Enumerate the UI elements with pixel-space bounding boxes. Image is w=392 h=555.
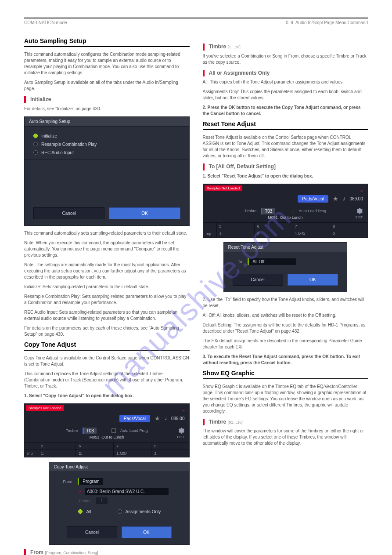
radio-option[interactable]: All — [78, 508, 91, 516]
red-marker — [24, 549, 26, 555]
arrow-right-icon[interactable]: > — [78, 489, 81, 494]
prog-id: M051 — [268, 215, 278, 220]
radio-on-icon — [33, 134, 38, 138]
screenshot-combi-top: Samples Not Loaded ⌄ Pads/Vocal ★ ♩ 089.… — [24, 403, 190, 457]
to-label: To — [232, 260, 242, 264]
edit-gear[interactable]: EDIT — [355, 207, 363, 219]
radio-option[interactable]: Resample Combination Play — [33, 140, 180, 149]
red-marker — [203, 163, 205, 170]
autoload-label: Auto Load Prog — [298, 209, 326, 213]
body-text: 3. To execute the Reset Tone Adjust comm… — [203, 354, 368, 366]
radio-label: Resample Combination Play — [41, 142, 97, 147]
edit-label: EDIT — [356, 216, 363, 219]
screenshot-copy-tone-adjust: Copy Tone Adjust From Program > A000: Be… — [49, 462, 189, 545]
edit-label: EDIT — [177, 435, 184, 439]
radio-label: REC Audio Input — [41, 150, 74, 155]
ok-button[interactable]: OK — [109, 207, 180, 219]
category-pill[interactable]: Pads/Vocal — [119, 415, 150, 422]
program-name-field[interactable]: A000: Berlin Grand SW2 U.C. — [85, 488, 169, 495]
radio-off-icon — [118, 509, 122, 514]
radio-option[interactable]: Initialize — [33, 132, 180, 140]
prog-name: Out to Lunch — [101, 435, 124, 439]
prog-id: M051 — [90, 435, 100, 439]
body-text: 1. Select "Reset Tone Adjust" to open th… — [203, 173, 368, 179]
radio-label: Assignments Only — [126, 509, 161, 514]
chevron-down-icon[interactable]: ⌄ — [181, 406, 186, 413]
category-pill[interactable]: Pads/Vocal — [298, 195, 328, 203]
star-icon[interactable]: ★ — [155, 415, 160, 422]
timbre-value[interactable]: T03 — [261, 208, 275, 214]
radio-option[interactable]: Assignments Only — [118, 508, 161, 516]
gear-icon — [355, 207, 363, 215]
timbre-value[interactable]: T03 — [83, 428, 97, 434]
section-auto-sampling: Auto Sampling Setup — [24, 37, 190, 47]
header-left: COMBINATION mode — [24, 20, 67, 25]
sub-to: To [All Off, Default Setting] — [209, 163, 276, 170]
radio-option[interactable]: REC Audio Input — [33, 149, 180, 157]
sub-timbre-page: Timbre [01…16] — [209, 419, 243, 426]
star-icon[interactable]: ★ — [333, 195, 338, 202]
autoload-checkbox[interactable] — [290, 209, 294, 213]
prog-name: Out to Lunch — [280, 215, 303, 220]
to-value[interactable]: All Off — [248, 258, 296, 265]
dialog-title: Copy Tone Adjust — [49, 462, 189, 472]
cancel-button[interactable]: Cancel — [233, 274, 283, 286]
body-text: This command automatically sets sampling… — [24, 230, 190, 236]
body-text: Initialize: Sets sampling-related parame… — [24, 284, 190, 290]
body-text: Assignments Only: This copies the parame… — [203, 89, 368, 101]
tempo-value[interactable]: 089.00 — [171, 416, 185, 421]
radio-on-icon — [78, 509, 83, 514]
body-text: 2. Press the OK button to execute the Co… — [203, 105, 368, 117]
ok-button[interactable]: OK — [122, 526, 172, 538]
ok-button[interactable]: OK — [288, 274, 338, 286]
screenshot-reset-tone-adjust: Reset Tone Adjust To All Off Cancel OK — [223, 242, 347, 292]
section-reset-tone-adjust: Reset Tone Adjust — [203, 120, 368, 130]
header-right: 0–9: Audio In/Smpl Page Menu Command — [286, 20, 368, 25]
body-text: REC Audio Input: Sets sampling-related p… — [24, 309, 190, 322]
edit-gear[interactable]: EDIT — [177, 427, 185, 439]
body-text: Default Setting: The assignments will be… — [203, 322, 368, 334]
red-marker — [24, 96, 26, 103]
cancel-button[interactable]: Cancel — [67, 526, 117, 538]
body-text: The EXi default assignments are describe… — [203, 338, 368, 350]
cancel-button[interactable]: Cancel — [33, 207, 104, 219]
sub-timbre: Timbre [1…16] — [209, 44, 241, 51]
red-marker — [203, 70, 205, 77]
radio-label: All — [86, 509, 91, 514]
section-show-eq-graphic: Show EQ Graphic — [203, 370, 368, 379]
red-marker — [203, 44, 205, 51]
body-text: For details, see "Initialize" on page 43… — [24, 106, 190, 112]
table-row: 5 6 7 8 — [25, 442, 189, 450]
red-marker — [203, 419, 205, 426]
from-value[interactable]: Program — [78, 478, 103, 485]
samples-not-loaded-badge: Samples Not Loaded — [26, 405, 64, 411]
body-text: This command replaces the Tone Adjust se… — [24, 371, 190, 389]
body-text: Show EQ Graphic is available on the Timb… — [203, 384, 368, 414]
sub-initialize: Initialize — [30, 96, 51, 103]
radio-off-icon — [33, 142, 38, 146]
gear-icon — [177, 427, 185, 435]
chevron-down-icon[interactable]: ⌄ — [360, 187, 364, 193]
tempo-value[interactable]: 089.00 — [349, 196, 363, 201]
tempo-indicator: ♩ — [343, 196, 345, 201]
body-text: Copy Tone Adjust is available on the Con… — [24, 355, 190, 367]
body-text: 1. Select "Copy Tone Adjust" to open the… — [24, 393, 190, 399]
body-text: Reset Tone Adjust is available on the Co… — [203, 134, 368, 159]
radio-label: Initialize — [41, 134, 57, 138]
timbre-label: Timbre — [66, 428, 78, 433]
samples-not-loaded-badge: Samples Not Loaded — [205, 185, 243, 191]
sub-all-assignments: All or Assignments Only — [209, 70, 270, 77]
body-text: Note: The settings are automatically mad… — [24, 262, 190, 280]
dialog-title: Auto Sampling Setup — [25, 117, 189, 127]
autoload-checkbox[interactable] — [111, 428, 116, 433]
body-text: 2. Use the "To" field to specify how the… — [203, 297, 368, 309]
body-text: Note: When you execute this command, the… — [24, 240, 190, 258]
body-text: This command automatically configures th… — [24, 51, 190, 76]
body-text: Resample Combination Play: Sets sampling… — [24, 294, 190, 306]
timbre-label: Timbre — [245, 209, 257, 213]
body-text: For details on the parameters set by eac… — [24, 325, 190, 337]
tempo-indicator: ♩ — [165, 416, 167, 421]
timbre-copy-value: 1 — [96, 497, 108, 504]
table-row: mp 1: 2: 1:MS/ 2: — [203, 230, 368, 237]
sub-from: From [Program, Combination, Song] — [30, 549, 98, 555]
